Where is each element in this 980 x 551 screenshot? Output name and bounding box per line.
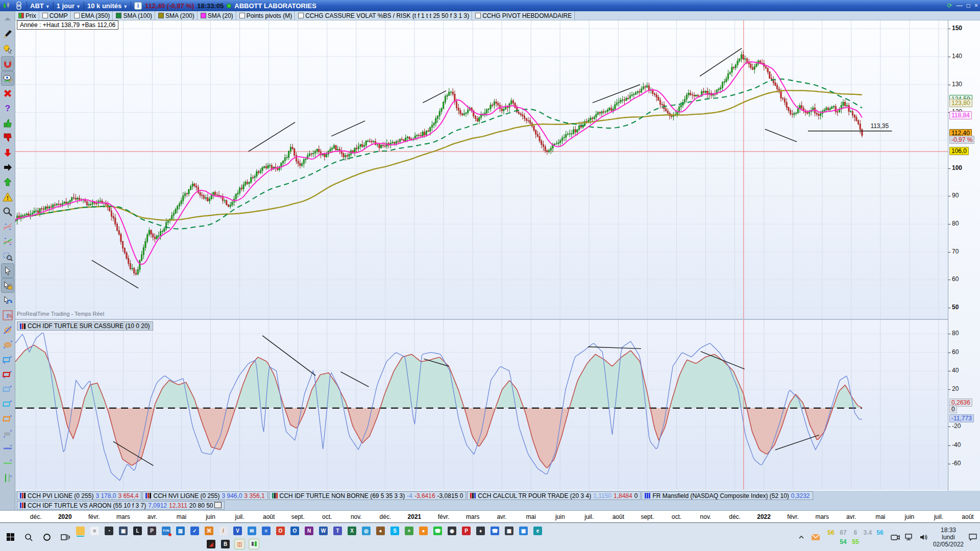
- hline-blue-icon[interactable]: +: [1, 441, 14, 456]
- clock[interactable]: 18:33 lundi 02/05/2022: [933, 527, 964, 548]
- time-axis[interactable]: déc.2020févr.marsavr.maijuinjuil.aoûtsep…: [0, 510, 980, 523]
- thumb-down-icon[interactable]: [1, 130, 14, 145]
- onenote-app[interactable]: N: [304, 527, 314, 537]
- cortana-icon[interactable]: [39, 527, 55, 547]
- rect-skyblue-icon[interactable]: +: [1, 382, 14, 396]
- prorealtime-app[interactable]: ◫: [235, 540, 244, 550]
- rect-cyan-icon[interactable]: +: [1, 396, 14, 411]
- price-axis[interactable]: 150140130120100908070605080604020-20-40-…: [948, 20, 980, 510]
- rect-red-icon[interactable]: ++: [1, 367, 14, 382]
- trend-cross-icon[interactable]: ++: [1, 234, 14, 248]
- oscillator-panel[interactable]: [15, 320, 948, 490]
- legend-item-1[interactable]: COMP: [39, 11, 71, 20]
- indicator-chip-0[interactable]: CCH PVI LIGNE (0 255)3 178,03 654,4: [17, 491, 141, 500]
- fun-app[interactable]: FUN: [161, 527, 171, 537]
- browser-globe-app[interactable]: ◎: [361, 527, 371, 537]
- mail-tray-icon[interactable]: [811, 532, 821, 542]
- legend-item-5[interactable]: SMA (20): [198, 11, 236, 20]
- image-viewer-app[interactable]: ▣: [118, 527, 128, 537]
- file-explorer[interactable]: [76, 527, 85, 537]
- lock-app[interactable]: L: [133, 527, 142, 537]
- skype-app[interactable]: S: [390, 527, 400, 537]
- legend-item-2[interactable]: EMA (350): [71, 11, 113, 20]
- fibonacci-icon[interactable]: ++: [1, 219, 14, 234]
- delete-cross-icon[interactable]: [1, 86, 14, 101]
- rect-blue-icon[interactable]: ++: [1, 352, 14, 367]
- hline-green-icon[interactable]: +: [1, 456, 14, 470]
- trading-chart-app[interactable]: [249, 540, 259, 550]
- phone-app[interactable]: ☎: [490, 527, 500, 537]
- edge-app[interactable]: e: [533, 527, 543, 537]
- arrow-up-icon[interactable]: [1, 174, 14, 189]
- search-icon[interactable]: [20, 527, 37, 547]
- network-tray-icon[interactable]: [904, 532, 915, 542]
- indicator-chip-0[interactable]: CCH IDF TURTLE VS AROON (55 10 f 3 7)7,0…: [17, 501, 225, 510]
- excel-app[interactable]: X: [347, 527, 357, 537]
- butterfly-app[interactable]: Ж: [204, 527, 214, 537]
- oscillator-legend-chip[interactable]: CCH IDF TURTLE SUR CASSURE (10 0 20): [17, 321, 153, 331]
- pencil-icon[interactable]: [1, 27, 14, 41]
- cookie-app[interactable]: ●: [376, 527, 385, 537]
- action-center-icon[interactable]: [968, 532, 978, 542]
- alarm-cursor-icon[interactable]: [1, 41, 14, 56]
- zoom-area-icon[interactable]: [1, 248, 14, 263]
- arrow-down-icon[interactable]: [1, 145, 14, 160]
- price-panel[interactable]: 113,35: [15, 20, 948, 319]
- word-app[interactable]: W: [318, 527, 328, 537]
- orange-app[interactable]: ●: [419, 527, 428, 537]
- b-app[interactable]: B: [220, 540, 230, 550]
- notepad-app[interactable]: ≡: [90, 527, 100, 537]
- percent-scale-icon[interactable]: ↕%: [1, 308, 14, 322]
- checkbox-icon[interactable]: [42, 13, 48, 18]
- info-icon[interactable]: i: [134, 2, 142, 10]
- outlook-app[interactable]: O: [290, 527, 300, 537]
- link-icon[interactable]: [14, 2, 23, 10]
- legend-item-6[interactable]: Points pivots (M): [236, 11, 295, 20]
- detach-window-icon[interactable]: [215, 503, 222, 508]
- checkbox-icon[interactable]: [298, 13, 304, 18]
- trello-app[interactable]: ▥: [176, 527, 185, 537]
- sharp-app[interactable]: +: [404, 527, 414, 537]
- todo-app[interactable]: ✓: [190, 527, 200, 537]
- maximize-button[interactable]: □: [967, 2, 970, 9]
- task-view-icon[interactable]: [57, 527, 74, 547]
- grid-app[interactable]: ▦: [504, 527, 514, 537]
- eye-edit-icon[interactable]: [1, 71, 14, 86]
- mail-app[interactable]: ✉: [247, 527, 257, 537]
- volume-tray-icon[interactable]: [919, 532, 929, 542]
- minimize-button[interactable]: —: [957, 2, 963, 9]
- camera-tray-icon[interactable]: [890, 532, 900, 542]
- photos-app[interactable]: ▣: [519, 527, 528, 537]
- pinterest-app[interactable]: P: [461, 527, 471, 537]
- camera-app[interactable]: ◉: [447, 527, 457, 537]
- symbol-dropdown[interactable]: ABT▼: [30, 2, 50, 10]
- palette-app[interactable]: P: [147, 527, 157, 537]
- indicator-chip-1[interactable]: CCH NVI LIGNE (0 255)3 946,03 356,1: [142, 491, 267, 500]
- ink-pen-app[interactable]: /: [218, 527, 228, 537]
- help-question-icon[interactable]: ?: [1, 101, 14, 115]
- units-dropdown[interactable]: 10 k unités▼: [87, 2, 128, 10]
- pointer-lock-icon[interactable]: [1, 278, 14, 293]
- scroll-up-icon[interactable]: [1, 12, 14, 27]
- arrow-right-icon[interactable]: [1, 160, 14, 174]
- pointer-icon[interactable]: [1, 263, 14, 278]
- legend-item-3[interactable]: SMA (100): [113, 11, 155, 20]
- hidden-icons-chevron[interactable]: [796, 532, 806, 542]
- legend-item-7[interactable]: CCHG CASSURE VOLAT %BS / RISK (t f 1 t t…: [295, 11, 472, 20]
- checkbox-icon[interactable]: [239, 13, 245, 18]
- pointer-undo-icon[interactable]: [1, 293, 14, 308]
- defender-app[interactable]: V: [233, 527, 242, 537]
- period-dropdown[interactable]: 1 jour▼: [57, 2, 81, 10]
- magnifier-icon[interactable]: [1, 204, 14, 219]
- teams-app[interactable]: T: [333, 527, 342, 537]
- legend-item-8[interactable]: CCHG PIVOT HEBDOMADAIRE: [472, 11, 575, 20]
- warning-icon[interactable]: !: [1, 189, 14, 204]
- docs-app[interactable]: ≡: [261, 527, 271, 537]
- thumb-up-icon[interactable]: [1, 115, 14, 130]
- vline-green-icon[interactable]: +: [1, 470, 14, 485]
- checkbox-icon[interactable]: [475, 13, 481, 18]
- rect-grey-icon[interactable]: ++: [1, 426, 14, 441]
- red-swoosh-app[interactable]: ◢: [206, 540, 216, 550]
- sync-icon[interactable]: ⟳: [947, 2, 952, 9]
- indicator-chip-3[interactable]: CCH CALCUL TR POUR TRADE (20 3 4)1,11501…: [467, 491, 641, 500]
